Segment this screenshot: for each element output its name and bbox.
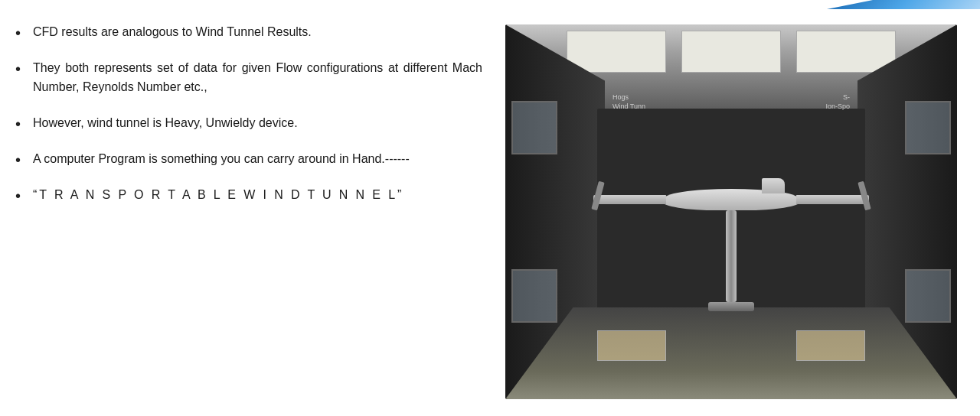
floor-light [796, 330, 865, 361]
tunnel-window [905, 269, 951, 323]
ceiling-light [681, 31, 781, 73]
ceiling-light [567, 31, 666, 73]
bullet-text-2: They both represents set of data for giv… [33, 59, 482, 97]
tunnel-floor [505, 307, 957, 399]
bullet-point: • [15, 60, 21, 78]
list-item: • “T R A N S P O R T A B L E W I N D T U… [15, 186, 482, 205]
list-item: • However, wind tunnel is Heavy, Unwield… [15, 114, 482, 133]
list-item: • They both represents set of data for g… [15, 59, 482, 97]
tunnel-window [511, 269, 557, 323]
bullet-text-5: “T R A N S P O R T A B L E W I N D T U N… [33, 186, 403, 205]
aircraft-wing-right [796, 195, 869, 204]
bullet-point: • [15, 151, 21, 169]
tunnel-window [511, 101, 557, 154]
image-overlay-text-left: HogsWind Tunn [612, 93, 645, 111]
aircraft-fuselage [662, 189, 800, 210]
bullet-text-3: However, wind tunnel is Heavy, Unwieldy … [33, 114, 298, 133]
bullet-point: • [15, 24, 21, 42]
list-item: • A computer Program is something you ca… [15, 150, 482, 169]
bullet-text-1: CFD results are analogous to Wind Tunnel… [33, 23, 312, 42]
aircraft-model-stand [662, 189, 800, 311]
stand-base [708, 302, 754, 311]
tunnel-scene: HogsWind Tunn S-Ion-Spo [505, 24, 957, 399]
bullet-text-4: A computer Program is something you can … [33, 150, 410, 169]
wind-tunnel-image: HogsWind Tunn S-Ion-Spo [505, 24, 957, 399]
aircraft-wing-left [593, 195, 666, 204]
aircraft-tail [762, 178, 785, 193]
bullet-point: • [15, 115, 21, 133]
floor-light [597, 330, 666, 361]
ceiling-light [796, 31, 896, 73]
page-container: • CFD results are analogous to Wind Tunn… [0, 0, 980, 416]
list-item: • CFD results are analogous to Wind Tunn… [15, 23, 482, 42]
image-overlay-text-right: S-Ion-Spo [825, 93, 850, 111]
stand-pole [726, 210, 737, 302]
image-section: HogsWind Tunn S-Ion-Spo [498, 15, 965, 408]
tunnel-window [905, 101, 951, 154]
bullet-point: • [15, 187, 21, 205]
text-section: • CFD results are analogous to Wind Tunn… [8, 15, 498, 408]
